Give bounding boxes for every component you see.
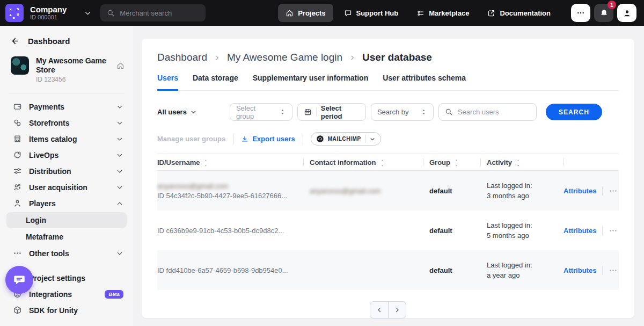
tab-user-attributes-schema[interactable]: User attributes schema — [383, 74, 466, 91]
manage-user-groups-button[interactable]: Manage user groups — [157, 135, 225, 143]
breadcrumb-dashboard[interactable]: Dashboard — [157, 52, 207, 63]
top-nav: Projects Support Hub Marketplace Documen… — [278, 4, 558, 22]
row-menu-button[interactable] — [609, 266, 618, 275]
sidebar-project[interactable]: My Awesome Game Store ID 123456 — [0, 51, 133, 88]
merchant-search[interactable] — [100, 4, 206, 21]
column-label: Activity — [487, 158, 512, 166]
column-header-group[interactable]: Group — [423, 154, 480, 170]
column-header-contact-information[interactable]: Contact information — [303, 154, 423, 170]
sidebar-back-label: Dashboard — [28, 37, 70, 46]
chevron-left-icon — [376, 306, 383, 314]
attributes-link[interactable]: Attributes — [564, 187, 596, 195]
mailchimp-dropdown[interactable]: MAILCHIMP — [311, 132, 381, 146]
attributes-link[interactable]: Attributes — [564, 227, 596, 235]
project-name: My Awesome Game Store — [36, 56, 109, 75]
tab-users[interactable]: Users — [157, 74, 178, 91]
attributes-link[interactable]: Attributes — [564, 266, 596, 274]
liveops-icon — [13, 150, 22, 160]
chat-fab-button[interactable] — [5, 266, 33, 294]
company-block[interactable]: Company ID 000001 — [30, 5, 67, 21]
search-users-input[interactable] — [458, 108, 530, 116]
sidebar-item-label: Integrations — [29, 290, 72, 299]
nav-support-hub[interactable]: Support Hub — [336, 4, 406, 22]
sidebar-item-metaframe[interactable]: Metaframe — [6, 229, 127, 245]
sidebar-item-distribution[interactable]: Distribution — [0, 163, 133, 179]
person-icon — [13, 199, 22, 208]
activity-line1: Last logged in: — [487, 261, 564, 270]
activity-line2: 3 months ago — [487, 192, 564, 200]
next-page-button[interactable] — [388, 302, 406, 318]
select-period-button[interactable]: Select period — [297, 103, 366, 121]
bell-icon — [599, 9, 609, 18]
chevron-down-icon — [116, 119, 123, 127]
actions-divider — [303, 134, 303, 144]
project-thumbnail — [11, 56, 29, 75]
sort-icon — [203, 159, 208, 167]
sidebar-item-storefronts[interactable]: Storefronts — [0, 115, 133, 131]
mailchimp-label: MAILCHIMP — [328, 136, 361, 142]
company-chevron-down-icon[interactable] — [84, 9, 92, 17]
sidebar-item-label: LiveOps — [29, 151, 58, 160]
sidebar-item-label: Distribution — [29, 167, 71, 176]
sidebar-item-user-acquisition[interactable]: User acquisition — [0, 179, 133, 195]
export-users-button[interactable]: Export users — [241, 135, 295, 143]
sidebar-item-players[interactable]: Players — [0, 195, 133, 212]
chevron-down-icon — [116, 250, 123, 257]
tab-supplementary-user-information[interactable]: Supplementary user information — [253, 74, 368, 91]
notifications-button[interactable]: 1 — [594, 4, 613, 22]
users-table: ID/Username Contact information Group — [157, 154, 619, 290]
sidebar-back-dashboard[interactable]: Dashboard — [0, 32, 133, 51]
main-area: Dashboard My Awesome Game login User dat… — [133, 26, 644, 326]
nav-projects[interactable]: Projects — [278, 4, 333, 22]
search-by-label: Search by — [377, 108, 409, 116]
search-button[interactable]: SEARCH — [546, 104, 602, 120]
chevron-right-icon — [214, 54, 221, 61]
breadcrumb-project-login[interactable]: My Awesome Game login — [227, 52, 342, 63]
top-right-controls: 1 — [571, 4, 636, 22]
export-users-label: Export users — [252, 135, 295, 143]
more-menu-button[interactable] — [571, 4, 590, 22]
merchant-search-input[interactable] — [120, 9, 199, 17]
column-header-activity[interactable]: Activity — [480, 154, 564, 170]
table-row[interactable]: anyarosso@gmail.com ID 54c34f2c-5b90-442… — [157, 171, 619, 211]
chevron-up-icon — [116, 200, 123, 207]
sidebar-item-items-catalog[interactable]: Items catalog — [0, 131, 133, 147]
sidebar-item-payments[interactable]: Payments — [0, 99, 133, 115]
sidebar-item-label: Players — [29, 199, 56, 208]
previous-page-button[interactable] — [370, 302, 388, 318]
sidebar-item-liveops[interactable]: LiveOps — [0, 147, 133, 163]
company-logo[interactable]: ×s ▲o ■ — [5, 4, 24, 22]
search-users-box[interactable] — [438, 103, 537, 121]
chevron-down-icon — [116, 168, 123, 175]
column-label: ID/Username — [157, 158, 200, 166]
account-button[interactable] — [617, 4, 636, 22]
chevron-right-icon — [349, 54, 356, 61]
activity-line1: Last logged in: — [487, 182, 564, 190]
chevron-down-icon — [116, 103, 123, 111]
nav-documentation[interactable]: Documentation — [480, 4, 558, 22]
all-users-dropdown[interactable]: All users — [157, 108, 197, 116]
filter-row: All users Select group Select period Sea… — [157, 103, 619, 121]
search-by-dropdown[interactable]: Search by — [371, 103, 434, 121]
row-divider — [602, 186, 603, 195]
group-value: default — [423, 187, 480, 195]
chevron-down-icon — [369, 136, 376, 142]
table-row[interactable]: ID fdd410be-6a57-4659-b698-9db954e0... d… — [157, 250, 619, 290]
table-row[interactable]: ID c636b9e9-91cb-4c53-b0b5-dc9d8c2... de… — [157, 211, 619, 250]
sidebar-item-sdk-for-unity[interactable]: SDK for Unity — [0, 302, 133, 318]
group-value: default — [423, 227, 480, 235]
select-group-dropdown[interactable]: Select group — [230, 103, 292, 121]
sidebar-item-other-tools[interactable]: Other tools — [0, 245, 133, 262]
home-icon[interactable] — [116, 62, 125, 70]
pagination — [157, 301, 619, 318]
nav-marketplace[interactable]: Marketplace — [409, 4, 477, 22]
column-label: Group — [429, 158, 450, 166]
row-menu-button[interactable] — [609, 226, 618, 235]
row-menu-button[interactable] — [609, 186, 618, 195]
sidebar-item-login[interactable]: Login — [6, 212, 127, 228]
nav-projects-label: Projects — [298, 9, 325, 17]
column-label: Contact information — [310, 158, 376, 166]
tab-data-storage[interactable]: Data storage — [193, 74, 238, 91]
nav-support-hub-label: Support Hub — [356, 9, 399, 17]
column-header-id-username[interactable]: ID/Username — [157, 154, 303, 170]
